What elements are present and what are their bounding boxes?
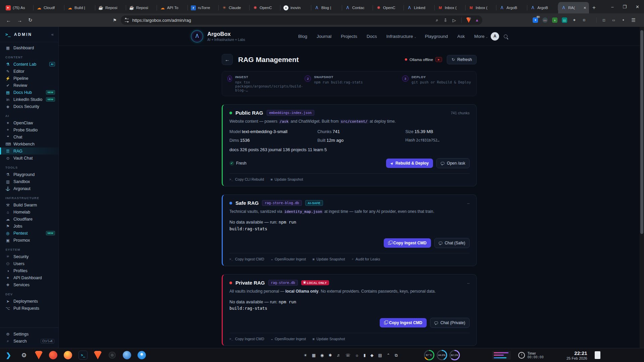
sidebar-item[interactable]: ⍟ Security	[0, 253, 58, 260]
start-ollama-button[interactable]: ▶	[435, 57, 442, 62]
browser-tab[interactable]: Λ RA( ✕	[558, 2, 589, 13]
sidebar-item[interactable]: ▣ Proxmox	[0, 237, 58, 244]
browser-tab[interactable]: ☁ Cloudf	[34, 2, 64, 13]
toolbar-action-button[interactable]: >_ Copy CLI Rebuild	[229, 177, 264, 181]
sidebar-item[interactable]: ▥ Sandbox	[0, 178, 58, 185]
browser-tab[interactable]: Λ Blog |	[311, 2, 342, 13]
new-tab-button[interactable]: +	[592, 4, 596, 11]
wallet-icon[interactable]: ▭	[611, 17, 616, 23]
nav-link[interactable]: Infrastructure⌄	[386, 34, 417, 39]
back-button[interactable]: ←	[222, 54, 233, 65]
browser-tab[interactable]: Λ ArgoB	[496, 2, 527, 13]
sidebar-item[interactable]: ➤ Deployments	[0, 298, 58, 305]
sidebar-item[interactable]: ⚗ Content Lab AI	[0, 61, 58, 68]
share-icon[interactable]: ▷	[452, 18, 456, 23]
tab-close-icon[interactable]: ✕	[583, 6, 587, 10]
back-button[interactable]: ←	[6, 17, 11, 23]
copy-ingest-cmd-button[interactable]: Copy Ingest CMD	[384, 238, 431, 248]
launcher-icon[interactable]	[123, 351, 131, 359]
system-monitor-widget[interactable]	[492, 351, 511, 360]
extension-icon[interactable]: ✦	[533, 17, 538, 23]
sidebar-item[interactable]: ▤ Docs Hub NEW	[0, 89, 58, 96]
browser-tab[interactable]: M Inbox (	[435, 2, 466, 13]
toolbar-action-button[interactable]: ▣ Update Snapshot	[313, 257, 345, 261]
tray-icon[interactable]: ▮	[364, 353, 366, 358]
nav-link[interactable]: Docs	[367, 34, 378, 39]
minimize-button[interactable]: –	[611, 4, 613, 9]
browser-tab[interactable]: Λ Contac	[342, 2, 373, 13]
browser-tab[interactable]: ☁ API To	[157, 2, 188, 13]
chat-private-button[interactable]: Chat (Private)	[430, 318, 470, 328]
user-avatar[interactable]: A	[491, 32, 499, 41]
nav-link[interactable]: Journal	[317, 34, 332, 39]
tray-icon[interactable]: ⌃	[387, 353, 390, 358]
equalizer-extension-icon[interactable]: |||	[562, 17, 567, 23]
proxy-extension-icon[interactable]: oo	[542, 17, 548, 23]
scrollbar-thumb[interactable]	[640, 30, 643, 234]
toolbar-action-button[interactable]: ⌕ Audit for Leaks	[352, 257, 380, 261]
sidebar-item[interactable]: ⌂ Homelab	[0, 208, 58, 216]
browser-tab[interactable]: r ruTorre	[188, 2, 219, 13]
browser-menu-icon[interactable]: ☰	[631, 17, 636, 23]
zoom-icon[interactable]: ⌕	[436, 17, 438, 23]
tray-icon[interactable]: ✱	[329, 353, 332, 358]
sidebar-item[interactable]: ⌨ Workbench	[0, 140, 58, 147]
sidebar-footer-item[interactable]: ⚙ Settings	[0, 330, 58, 338]
launcher-icon[interactable]	[94, 351, 102, 359]
launcher-icon[interactable]	[64, 351, 72, 359]
tray-icon[interactable]: ▤	[378, 353, 382, 358]
show-desktop-button[interactable]	[595, 351, 600, 359]
browser-tab[interactable]: ✺ OpenC	[373, 2, 404, 13]
sidebar-item[interactable]: ⚓ Argonaut	[0, 185, 58, 192]
sidebar-item[interactable]: ⌥ Pull Requests	[0, 305, 58, 312]
browser-tab[interactable]: ▶ (75) As	[3, 2, 34, 13]
address-bar[interactable]: https://argobox.com/admin/rag ⌕ ⇩ ▷ 1 ▲	[121, 15, 482, 25]
sidebar-item[interactable]: ◎ Pentest NEW	[0, 230, 58, 237]
browser-tab[interactable]: ☕ Reposi	[95, 2, 126, 13]
launcher-icon[interactable]: ⚙	[19, 351, 29, 360]
argobox-logo-icon[interactable]: Λ	[191, 30, 203, 43]
reload-button[interactable]: ↻	[28, 17, 33, 23]
browser-tab[interactable]: ● inovin	[280, 2, 311, 13]
leo-ai-icon[interactable]: ✦	[621, 17, 626, 23]
sidebar-item[interactable]: ✎ Editor	[0, 68, 58, 75]
search-box-extension-icon[interactable]: ⊡	[581, 17, 587, 23]
launcher-icon[interactable]	[35, 351, 43, 359]
sidebar-item[interactable]: in LinkedIn Studio NEW	[0, 96, 58, 103]
close-button[interactable]: ✕	[636, 4, 639, 9]
sidebar-item[interactable]: ✔ Review	[0, 82, 58, 89]
toolbar-action-button[interactable]: >_ Copy Ingest CMD	[229, 257, 264, 261]
tray-icon[interactable]: ☏	[345, 353, 351, 358]
page-scrollbar[interactable]	[640, 27, 644, 348]
toolbar-action-button[interactable]: ▣ Update Snapshot	[313, 337, 345, 341]
sidebar-item[interactable]: ⚑ Jobs	[0, 223, 58, 230]
browser-tab[interactable]: ☕ Reposi	[126, 2, 157, 13]
rebuild-deploy-button[interactable]: ➤ Rebuild & Deploy	[386, 159, 433, 168]
restore-button[interactable]: ❐	[623, 4, 627, 9]
launcher-icon[interactable]: ❯	[4, 351, 13, 360]
brave-shield-icon[interactable]: 1	[466, 17, 471, 23]
open-ask-button[interactable]: Open /ask	[436, 158, 470, 168]
launcher-icon[interactable]	[49, 351, 57, 359]
sidebar-item[interactable]: ⚡ Pipeline	[0, 75, 58, 82]
tray-icon[interactable]: ♬	[337, 353, 341, 358]
browser-tab[interactable]: Λ Linked	[404, 2, 435, 13]
sidebar-item[interactable]: ✴ OpenClaw	[0, 119, 58, 126]
sidebar-item[interactable]: ▦ Dashboard	[0, 44, 58, 51]
toolbar-action-button[interactable]: ☁ OpenRouter Ingest	[271, 337, 306, 341]
launcher-icon[interactable]	[108, 351, 116, 359]
downloader-extension-icon[interactable]: ⇣	[552, 17, 557, 23]
launcher-icon[interactable]: >_	[78, 351, 88, 360]
timer-widget[interactable]: Timer 00:00:00	[518, 352, 544, 359]
nav-link[interactable]: Ask	[457, 34, 466, 39]
search-icon[interactable]	[504, 35, 507, 38]
tray-icon[interactable]: ◉	[320, 353, 324, 358]
sidebar-panel-icon[interactable]: ◫	[601, 17, 606, 23]
tray-icon[interactable]: ◆	[370, 353, 373, 358]
clock-widget[interactable]: 22:21 25 Feb 2026	[555, 350, 587, 360]
sidebar-item[interactable]: ☰ RAG	[0, 147, 58, 155]
tray-icon[interactable]: ⧉	[395, 353, 398, 358]
sidebar-item[interactable]: ⚗ Playground	[0, 171, 58, 178]
sidebar-item[interactable]: ⊙ Vault Chat	[0, 155, 58, 162]
browser-tab[interactable]: ☁ Build |	[64, 2, 95, 13]
